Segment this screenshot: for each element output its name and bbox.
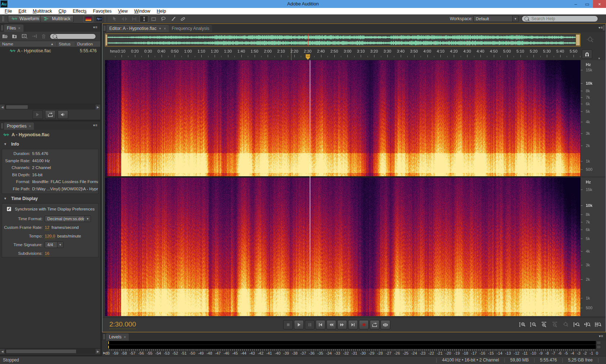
maximize-button[interactable]: ▭ bbox=[581, 0, 593, 8]
panel-grip[interactable] bbox=[103, 334, 105, 339]
sync-checkbox[interactable]: ✓ bbox=[6, 207, 12, 212]
minimize-button[interactable]: – bbox=[570, 0, 581, 8]
spot-healing-brush-tool[interactable] bbox=[179, 15, 187, 22]
files-column-header[interactable]: Name ▲ Status Duration bbox=[0, 41, 100, 47]
move-cti-next-button[interactable] bbox=[348, 320, 358, 329]
tab-files[interactable]: Files × bbox=[4, 25, 23, 32]
import-file-button[interactable] bbox=[12, 34, 18, 39]
zoom-selection-button[interactable] bbox=[594, 321, 602, 328]
waveform-overview[interactable] bbox=[105, 34, 580, 46]
timeline-ruler[interactable]: hms 0:100:200:300:400:501:001:101:201:30… bbox=[105, 48, 580, 60]
playhead-line[interactable] bbox=[310, 60, 310, 316]
editable-value[interactable]: 16 bbox=[45, 251, 49, 256]
close-icon[interactable]: × bbox=[124, 335, 126, 339]
tab-levels[interactable]: Levels × bbox=[106, 333, 129, 341]
tab-properties[interactable]: Properties × bbox=[4, 123, 34, 130]
menu-file[interactable]: File bbox=[1, 9, 15, 14]
skip-selection-button[interactable] bbox=[381, 320, 390, 329]
close-icon[interactable]: × bbox=[29, 124, 31, 128]
show-spectral-display-toggle[interactable] bbox=[84, 15, 93, 22]
clip-indicator-left[interactable] bbox=[597, 341, 601, 345]
overview-left-handle[interactable] bbox=[105, 34, 107, 46]
zoom-in-horizontal-button[interactable] bbox=[540, 321, 548, 328]
spectrogram-left-channel[interactable] bbox=[105, 60, 580, 176]
scrollbar-thumb[interactable] bbox=[6, 105, 28, 109]
panel-menu-icon[interactable]: ▾≡ bbox=[93, 123, 98, 127]
auto-play-button[interactable] bbox=[58, 110, 68, 119]
level-meter[interactable] bbox=[108, 341, 596, 349]
field-dropdown[interactable]: 4/4▼ bbox=[45, 241, 63, 248]
open-file-button[interactable] bbox=[2, 34, 8, 39]
lasso-selection-tool[interactable] bbox=[159, 15, 168, 22]
overview-playhead[interactable] bbox=[308, 34, 308, 46]
menu-favorites[interactable]: Favorites bbox=[90, 9, 115, 14]
snap-button[interactable] bbox=[582, 49, 592, 59]
tab-frequency-analysis[interactable]: Frequency Analysis bbox=[169, 25, 212, 32]
search-help-input[interactable] bbox=[531, 16, 595, 22]
move-cti-previous-button[interactable] bbox=[316, 320, 325, 329]
menu-effects[interactable]: Effects bbox=[70, 9, 90, 14]
menu-help[interactable]: Help bbox=[154, 9, 170, 14]
play-button[interactable] bbox=[294, 320, 304, 329]
sort-ascending-icon[interactable]: ▲ bbox=[50, 42, 54, 46]
loop-playback-button[interactable] bbox=[45, 110, 56, 119]
scroll-down-icon[interactable]: ▼ bbox=[598, 57, 601, 60]
spectrogram-right-channel[interactable] bbox=[105, 178, 580, 316]
column-header-name[interactable]: Name bbox=[2, 42, 13, 46]
panel-grip[interactable] bbox=[104, 26, 105, 31]
files-hscrollbar[interactable]: ◀ ▶ bbox=[0, 104, 100, 110]
menu-edit[interactable]: Edit bbox=[15, 9, 30, 14]
clip-indicator-right[interactable] bbox=[597, 345, 601, 349]
zoom-out-point-button[interactable] bbox=[583, 321, 592, 328]
rewind-button[interactable] bbox=[326, 320, 336, 329]
menu-multitrack[interactable]: Multitrack bbox=[30, 9, 56, 14]
show-waveform-display-toggle[interactable] bbox=[95, 15, 104, 22]
multitrack-view-button[interactable]: Multitrack bbox=[40, 15, 74, 22]
record-button[interactable] bbox=[359, 320, 369, 329]
close-icon[interactable]: × bbox=[18, 26, 20, 30]
scrollbar-thumb[interactable] bbox=[6, 349, 76, 354]
time-selection-tool[interactable] bbox=[140, 15, 148, 22]
panel-menu-icon[interactable]: ▾≡ bbox=[599, 334, 603, 338]
scroll-right-icon[interactable]: ▶ bbox=[96, 105, 100, 110]
overview-right-handle[interactable] bbox=[576, 34, 580, 46]
zoom-out-vertical-button[interactable] bbox=[529, 321, 537, 328]
tab-editor[interactable]: Editor: A - Hypnotise.flac ▼ × bbox=[106, 25, 169, 32]
scroll-left-icon[interactable]: ◀ bbox=[0, 349, 5, 354]
files-search-box[interactable] bbox=[50, 34, 96, 39]
waveform-view-button[interactable]: Waveform bbox=[8, 15, 42, 22]
workspace-dropdown[interactable]: Default ▼ bbox=[473, 15, 519, 22]
close-icon[interactable]: × bbox=[164, 26, 166, 31]
overview-waveform-canvas[interactable] bbox=[105, 34, 580, 46]
editable-value[interactable]: 120,0 bbox=[45, 234, 55, 239]
panel-grip[interactable] bbox=[1, 25, 3, 30]
fast-forward-button[interactable] bbox=[337, 320, 347, 329]
files-search-input[interactable] bbox=[59, 34, 93, 39]
panel-grip[interactable] bbox=[603, 25, 605, 30]
extract-audio-button[interactable] bbox=[22, 34, 27, 39]
field-dropdown[interactable]: Decimal (mm:ss.ddd)▼ bbox=[45, 216, 91, 222]
close-button[interactable]: × bbox=[593, 0, 606, 8]
properties-hscrollbar[interactable]: ◀ ▶ bbox=[0, 348, 100, 354]
panel-grip[interactable] bbox=[1, 123, 3, 128]
table-row[interactable]: A - Hypnotise.flac5:55.476 bbox=[0, 48, 100, 54]
time-display-section-header[interactable]: ▼ Time Display bbox=[4, 196, 38, 201]
scroll-left-icon[interactable]: ◀ bbox=[0, 105, 5, 110]
info-section-header[interactable]: ▼ Info bbox=[4, 142, 19, 147]
column-header-duration[interactable]: Duration bbox=[77, 42, 93, 46]
zoom-navigator-icon[interactable] bbox=[586, 36, 595, 45]
panel-menu-icon[interactable]: ▾≡ bbox=[93, 25, 98, 29]
loop-playback-button[interactable] bbox=[370, 320, 379, 329]
frequency-ruler-right[interactable]: Hz15k10k8k7k6k5k4k3k2k1k500 bbox=[580, 178, 606, 316]
editable-value[interactable]: 12 bbox=[45, 225, 49, 230]
scroll-right-icon[interactable]: ▶ bbox=[96, 349, 100, 354]
paintbrush-tool[interactable] bbox=[169, 15, 177, 22]
frequency-ruler-left[interactable]: ▼ Hz15k10k8k7k6k5k4k3k2k1k500 bbox=[580, 60, 606, 176]
toolbar-grip[interactable] bbox=[2, 16, 4, 21]
column-header-status[interactable]: Status bbox=[59, 42, 71, 46]
zoom-in-vertical-button[interactable] bbox=[518, 321, 527, 328]
search-help-box[interactable] bbox=[522, 15, 598, 22]
chevron-down-icon[interactable]: ▼ bbox=[159, 27, 162, 30]
time-display[interactable]: 2:30.000 bbox=[109, 320, 136, 329]
marquee-selection-tool[interactable] bbox=[149, 15, 158, 22]
